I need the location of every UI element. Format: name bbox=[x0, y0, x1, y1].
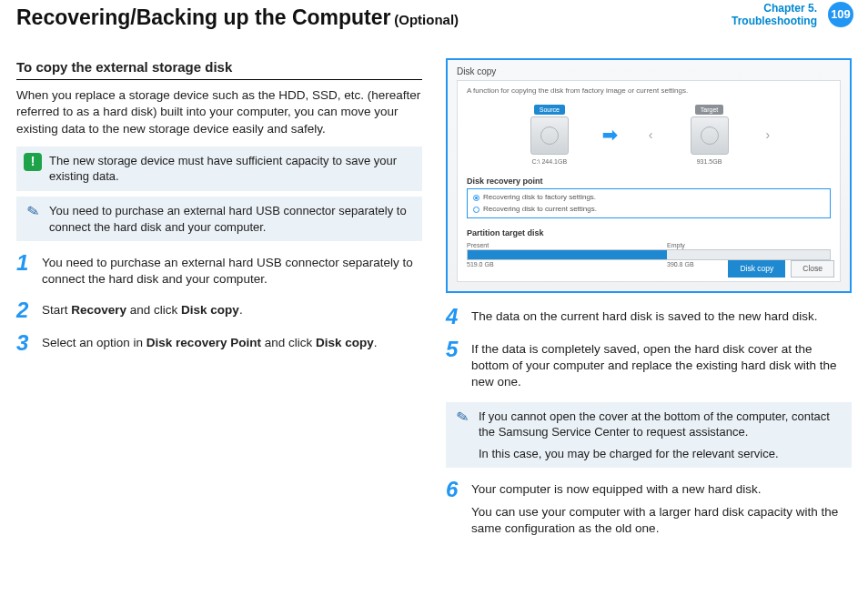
disk-copy-dialog: Disk copy A function for copying the dis… bbox=[446, 58, 852, 293]
radio-icon bbox=[473, 195, 479, 201]
step-number: 4 bbox=[446, 306, 462, 328]
step-number: 3 bbox=[16, 332, 33, 354]
page-number-badge: 109 bbox=[828, 2, 853, 27]
callout-service: ✎ If you cannot open the cover at the bo… bbox=[446, 402, 852, 469]
step-2-text: Start Recovery and click Disk copy. bbox=[42, 299, 422, 321]
close-button[interactable]: Close bbox=[791, 260, 834, 278]
chapter-line2: Troubleshooting bbox=[732, 15, 817, 27]
step-1: 1 You need to purchase an external hard … bbox=[16, 252, 422, 288]
section-heading: To copy the external storage disk bbox=[16, 58, 422, 80]
step-3-bold-drp: Disk recovery Point bbox=[146, 336, 261, 349]
step-number: 1 bbox=[16, 252, 33, 288]
left-column: To copy the external storage disk When y… bbox=[16, 58, 422, 537]
step-4: 4 The data on the current hard disk is s… bbox=[446, 306, 852, 328]
disk-copy-button[interactable]: Disk copy bbox=[728, 260, 785, 278]
exclamation-icon: ! bbox=[24, 153, 42, 171]
step-1-text: You need to purchase an external hard US… bbox=[42, 255, 422, 288]
step-3-mid: and click bbox=[261, 336, 316, 349]
drp-option-factory[interactable]: Recovering disk to factory settings. bbox=[473, 192, 824, 204]
drp-option-current-label: Recovering disk to current settings. bbox=[483, 205, 597, 215]
partition-free-size: 390.8 GB bbox=[667, 260, 694, 268]
hdd-icon bbox=[530, 116, 569, 155]
source-disk: Source C:\ 244.1GB bbox=[524, 104, 575, 167]
chapter-label: Chapter 5. Troubleshooting bbox=[732, 2, 817, 28]
step-6: 6 Your computer is now equipped with a n… bbox=[446, 479, 852, 537]
target-tag: Target bbox=[695, 105, 723, 115]
callout-note-text: You need to purchase an external hard US… bbox=[49, 204, 407, 234]
step-5: 5 If the data is completely saved, open … bbox=[446, 338, 852, 391]
step-5-text: If the data is completely saved, open th… bbox=[471, 341, 852, 391]
disk-row: Source C:\ 244.1GB ➡ ‹ Target 931.5GB › bbox=[458, 100, 840, 172]
source-tag: Source bbox=[534, 105, 565, 115]
partition-label: Partition target disk bbox=[458, 224, 840, 240]
intro-paragraph: When you replace a storage device such a… bbox=[16, 87, 422, 137]
step-2-post: . bbox=[239, 303, 243, 317]
callout-service-line1: If you cannot open the cover at the bott… bbox=[479, 409, 843, 440]
step-2: 2 Start Recovery and click Disk copy. bbox=[16, 299, 422, 321]
step-6-text-a: Your computer is now equipped with a new… bbox=[471, 481, 852, 498]
step-number: 5 bbox=[446, 338, 462, 391]
step-3-post: . bbox=[374, 336, 378, 349]
step-6-text-b: You can use your computer with a larger … bbox=[471, 504, 852, 537]
chevron-right-icon[interactable]: › bbox=[762, 126, 774, 144]
chapter-line1: Chapter 5. bbox=[732, 2, 817, 15]
drp-options: Recovering disk to factory settings. Rec… bbox=[467, 188, 831, 219]
step-3: 3 Select an option in Disk recovery Poin… bbox=[16, 332, 422, 354]
note-icon: ✎ bbox=[451, 407, 473, 429]
target-disk: Target 931.5GB bbox=[684, 104, 735, 167]
note-icon: ✎ bbox=[22, 201, 44, 223]
step-2-pre: Start bbox=[42, 303, 71, 317]
drp-option-current[interactable]: Recovering disk to current settings. bbox=[473, 204, 824, 216]
callout-important: ! The new storage device must have suffi… bbox=[16, 146, 422, 191]
step-3-text: Select an option in Disk recovery Point … bbox=[42, 332, 422, 354]
partition-used bbox=[468, 250, 667, 259]
step-2-bold-recovery: Recovery bbox=[71, 303, 126, 317]
partition-free bbox=[667, 250, 830, 259]
step-3-bold-diskcopy: Disk copy bbox=[316, 336, 374, 349]
step-2-bold-diskcopy: Disk copy bbox=[181, 303, 239, 317]
dialog-description: A function for copying the disk from fac… bbox=[458, 81, 840, 100]
step-number: 2 bbox=[16, 299, 33, 321]
arrow-right-icon: ➡ bbox=[602, 123, 618, 147]
dialog-title: Disk copy bbox=[457, 66, 496, 78]
partition-present-label: Present bbox=[467, 241, 667, 249]
partition-empty-label: Empty bbox=[667, 241, 685, 249]
callout-note: ✎ You need to purchase an external hard … bbox=[16, 197, 422, 241]
step-4-text: The data on the current hard disk is sav… bbox=[471, 308, 852, 325]
source-size: C:\ 244.1GB bbox=[524, 157, 575, 166]
target-size: 931.5GB bbox=[684, 157, 735, 166]
callout-service-line2: In this case, you may be charged for the… bbox=[479, 446, 843, 462]
right-column: Disk copy A function for copying the dis… bbox=[446, 58, 852, 537]
step-3-pre: Select an option in bbox=[42, 336, 146, 349]
step-number: 6 bbox=[446, 479, 462, 537]
drp-label: Disk recovery point bbox=[458, 172, 840, 188]
callout-important-text: The new storage device must have suffici… bbox=[49, 154, 397, 184]
partition-used-size: 519.0 GB bbox=[467, 260, 667, 268]
page-title-optional: (Optional) bbox=[394, 12, 459, 27]
page-title: Recovering/Backing up the Computer bbox=[16, 5, 391, 29]
step-2-mid: and click bbox=[126, 303, 181, 317]
radio-icon bbox=[473, 207, 479, 213]
chevron-left-icon[interactable]: ‹ bbox=[645, 126, 657, 144]
drp-option-factory-label: Recovering disk to factory settings. bbox=[483, 193, 596, 203]
hdd-icon bbox=[691, 116, 729, 155]
